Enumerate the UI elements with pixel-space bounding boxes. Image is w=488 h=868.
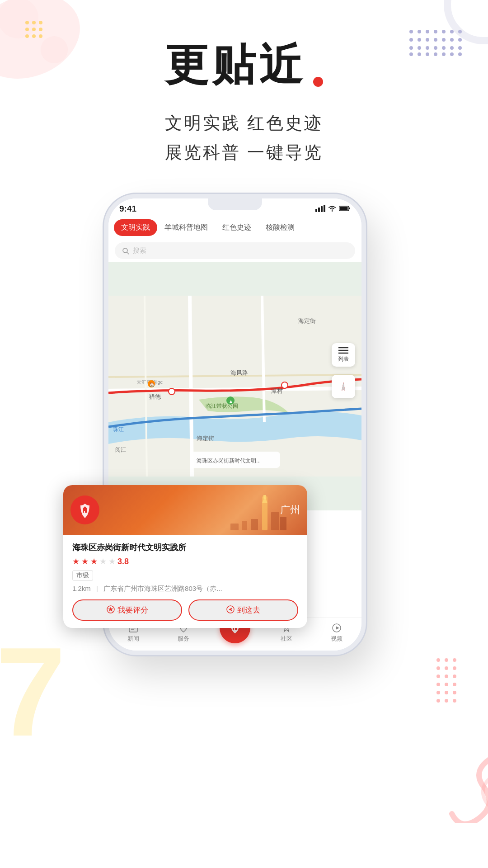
wifi-icon	[328, 205, 336, 213]
hero-title-text: 更贴近	[165, 36, 306, 95]
nav-news-label: 新闻	[127, 635, 139, 643]
level-tag: 市级	[72, 570, 93, 581]
svg-point-54	[445, 691, 448, 694]
subtitle-line2: 展览科普 一键导览	[165, 138, 324, 167]
address-text: 广东省广州市海珠区艺洲路803号（赤...	[103, 585, 222, 592]
svg-point-46	[453, 666, 456, 670]
svg-text:海珠区赤岗街新时代文明...: 海珠区赤岗街新时代文明...	[197, 458, 261, 464]
svg-text:猎德: 猎德	[149, 393, 161, 400]
card-body: 海珠区赤岗街新时代文明实践所 ★ ★ ★ ★ ★ 3.8 市级 1.2km |	[63, 535, 307, 628]
svg-point-43	[453, 658, 456, 662]
svg-point-50	[436, 683, 440, 686]
star-2: ★	[81, 557, 89, 566]
card-address: 1.2km | 广东省广州市海珠区艺洲路803号（赤...	[72, 585, 298, 593]
nav-video-label: 视频	[331, 635, 343, 643]
svg-rect-103	[271, 512, 279, 530]
svg-text:临江带状公园: 临江带状公园	[206, 403, 238, 409]
svg-point-55	[453, 691, 456, 694]
map-svg: 猎德 潭村 海定街 海定街 海风路 天汇广场igc 临江带状公园 珠江 阅江 🏠	[108, 262, 361, 510]
main-content: 更贴近 文明实践 红色史迹 展览科普 一键导览 9:41	[0, 0, 488, 655]
svg-point-57	[445, 699, 448, 703]
phone-mockup: 9:41	[90, 194, 398, 655]
rate-icon	[107, 605, 115, 615]
svg-text:阅江: 阅江	[115, 447, 126, 453]
tab-hongse[interactable]: 红色史迹	[215, 219, 258, 236]
svg-rect-62	[324, 205, 325, 212]
tab-hejian[interactable]: 核酸检测	[258, 219, 302, 236]
card-actions: 我要评分 到这去	[72, 599, 298, 621]
list-btn-label: 列表	[338, 355, 349, 363]
deco-dots-bottomright	[434, 656, 479, 710]
star-1: ★	[72, 557, 80, 566]
tab-bar: 文明实践 羊城科普地图 红色史迹 核酸检测	[108, 216, 361, 240]
svg-point-49	[453, 675, 456, 678]
search-placeholder: 搜索	[133, 246, 146, 255]
card-image-header: 广州	[63, 485, 307, 535]
card-title-text: 海珠区赤岗街新时代文明实践所	[72, 542, 186, 553]
list-button[interactable]: 列表	[332, 343, 355, 367]
deco-wave-bottomright	[416, 732, 488, 823]
search-bar[interactable]: 搜索	[115, 242, 355, 259]
svg-point-56	[436, 699, 440, 703]
svg-rect-104	[280, 517, 286, 530]
status-time: 9:41	[119, 204, 136, 214]
nav-community-label: 社区	[281, 635, 292, 643]
star-4: ★	[99, 557, 107, 566]
distance-text: 1.2km	[72, 585, 91, 592]
svg-line-71	[190, 296, 192, 476]
svg-rect-59	[315, 209, 317, 212]
svg-point-47	[436, 675, 440, 678]
svg-point-58	[453, 699, 456, 703]
svg-marker-99	[336, 626, 339, 630]
svg-point-53	[436, 691, 440, 694]
floating-info-card: 广州 海珠区赤岗街新时代文明实践所 ★ ★ ★ ★ ★ 3.8 市级	[63, 485, 307, 628]
svg-text:▲: ▲	[229, 399, 233, 404]
svg-point-45	[445, 666, 448, 670]
phone-notch	[208, 198, 262, 210]
svg-text:海定街: 海定街	[197, 435, 214, 442]
svg-point-48	[445, 675, 448, 678]
card-logo-icon	[76, 501, 94, 519]
subtitle-line1: 文明实践 红色史迹	[165, 108, 324, 138]
svg-text:🏠: 🏠	[149, 382, 155, 387]
tab-kepu[interactable]: 羊城科普地图	[157, 219, 215, 236]
svg-rect-107	[230, 524, 239, 530]
rating-row: ★ ★ ★ ★ ★ 3.8	[72, 557, 298, 566]
svg-rect-61	[321, 206, 323, 212]
card-city: 广州	[280, 503, 300, 517]
card-level: 市级	[72, 570, 298, 585]
rate-label: 我要评分	[117, 605, 148, 615]
nav-service-label: 服务	[178, 635, 189, 643]
nav-pointer-button[interactable]	[332, 375, 355, 398]
navigate-label: 到这去	[237, 605, 260, 615]
star-5: ★	[108, 557, 116, 566]
svg-text:海定街: 海定街	[298, 317, 316, 324]
signal-icon	[315, 205, 325, 213]
svg-rect-102	[263, 495, 266, 499]
battery-icon	[339, 205, 351, 213]
addr-separator: |	[96, 585, 98, 592]
list-icon	[338, 347, 348, 354]
svg-rect-65	[340, 207, 348, 210]
svg-point-52	[453, 683, 456, 686]
map-area: 猎德 潭村 海定街 海定街 海风路 天汇广场igc 临江带状公园 珠江 阅江 🏠	[108, 262, 361, 510]
svg-rect-105	[251, 519, 258, 530]
svg-point-74	[169, 388, 175, 395]
svg-text:潭村: 潭村	[271, 387, 283, 394]
rate-button[interactable]: 我要评分	[72, 599, 182, 621]
svg-point-44	[436, 666, 440, 670]
rating-number: 3.8	[117, 557, 129, 566]
hero-title-dot	[313, 77, 323, 87]
nav-video[interactable]: 视频	[323, 623, 350, 643]
status-icons	[315, 205, 351, 213]
svg-rect-106	[242, 521, 247, 530]
card-logo	[70, 495, 99, 524]
search-icon	[122, 247, 129, 255]
svg-text:海风路: 海风路	[230, 369, 248, 376]
compass-icon	[338, 381, 349, 392]
navigate-button[interactable]: 到这去	[188, 599, 298, 621]
svg-rect-60	[318, 208, 320, 212]
svg-point-41	[436, 658, 440, 662]
tab-wenming[interactable]: 文明实践	[114, 219, 157, 236]
svg-text:珠江: 珠江	[113, 426, 124, 433]
